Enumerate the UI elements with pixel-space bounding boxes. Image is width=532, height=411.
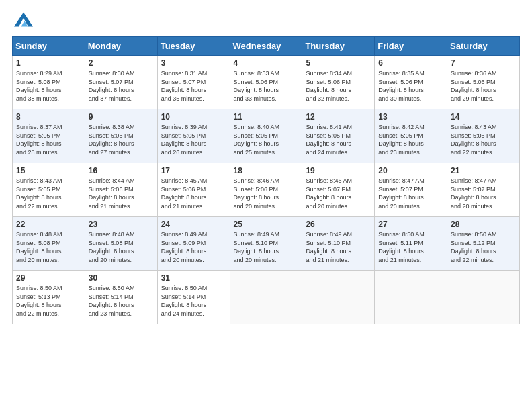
- calendar-cell: 9Sunrise: 8:38 AM Sunset: 5:05 PM Daylig…: [85, 109, 157, 163]
- day-number: 17: [161, 166, 226, 175]
- calendar-table: SundayMondayTuesdayWednesdayThursdayFrid…: [12, 36, 520, 324]
- calendar-header-wednesday: Wednesday: [230, 37, 302, 56]
- day-info: Sunrise: 8:47 AM Sunset: 5:07 PM Dayligh…: [451, 177, 516, 210]
- day-info: Sunrise: 8:42 AM Sunset: 5:05 PM Dayligh…: [378, 123, 443, 156]
- day-number: 16: [89, 166, 154, 175]
- day-number: 5: [306, 58, 371, 68]
- calendar-cell: 30Sunrise: 8:50 AM Sunset: 5:14 PM Dayli…: [85, 271, 157, 324]
- calendar-cell: 6Sunrise: 8:35 AM Sunset: 5:06 PM Daylig…: [375, 56, 447, 109]
- calendar-cell: 14Sunrise: 8:43 AM Sunset: 5:05 PM Dayli…: [447, 109, 520, 163]
- calendar-cell: 27Sunrise: 8:50 AM Sunset: 5:11 PM Dayli…: [375, 217, 447, 271]
- day-number: 31: [161, 273, 226, 283]
- calendar-week-row: 29Sunrise: 8:50 AM Sunset: 5:13 PM Dayli…: [13, 271, 520, 324]
- day-number: 9: [89, 112, 154, 122]
- calendar-week-row: 1Sunrise: 8:29 AM Sunset: 5:08 PM Daylig…: [13, 56, 520, 109]
- calendar-week-row: 22Sunrise: 8:48 AM Sunset: 5:08 PM Dayli…: [13, 217, 520, 271]
- day-number: 30: [89, 273, 154, 283]
- calendar-cell: 8Sunrise: 8:37 AM Sunset: 5:05 PM Daylig…: [13, 109, 85, 163]
- calendar-header-thursday: Thursday: [302, 37, 375, 56]
- calendar-cell: 25Sunrise: 8:49 AM Sunset: 5:10 PM Dayli…: [230, 217, 302, 271]
- day-info: Sunrise: 8:48 AM Sunset: 5:08 PM Dayligh…: [16, 230, 81, 264]
- calendar-cell: 5Sunrise: 8:34 AM Sunset: 5:06 PM Daylig…: [302, 56, 375, 109]
- day-number: 11: [234, 112, 299, 122]
- calendar-cell: 28Sunrise: 8:50 AM Sunset: 5:12 PM Dayli…: [447, 217, 520, 271]
- logo-icon: [14, 12, 33, 27]
- day-number: 22: [16, 220, 81, 229]
- day-info: Sunrise: 8:46 AM Sunset: 5:07 PM Dayligh…: [306, 177, 371, 210]
- day-info: Sunrise: 8:31 AM Sunset: 5:07 PM Dayligh…: [161, 69, 226, 103]
- day-number: 2: [89, 58, 154, 68]
- calendar-cell: 19Sunrise: 8:46 AM Sunset: 5:07 PM Dayli…: [302, 163, 375, 217]
- day-info: Sunrise: 8:46 AM Sunset: 5:06 PM Dayligh…: [234, 177, 299, 210]
- day-info: Sunrise: 8:39 AM Sunset: 5:05 PM Dayligh…: [161, 123, 226, 156]
- day-number: 24: [161, 220, 226, 229]
- calendar-cell: 4Sunrise: 8:33 AM Sunset: 5:06 PM Daylig…: [230, 56, 302, 109]
- day-number: 29: [16, 273, 81, 283]
- day-info: Sunrise: 8:38 AM Sunset: 5:05 PM Dayligh…: [89, 123, 154, 156]
- day-info: Sunrise: 8:50 AM Sunset: 5:13 PM Dayligh…: [16, 284, 81, 318]
- calendar-header-row: SundayMondayTuesdayWednesdayThursdayFrid…: [13, 37, 520, 56]
- calendar-cell: 11Sunrise: 8:40 AM Sunset: 5:05 PM Dayli…: [230, 109, 302, 163]
- day-number: 18: [234, 166, 299, 175]
- day-number: 10: [161, 112, 226, 122]
- calendar-cell: 15Sunrise: 8:43 AM Sunset: 5:05 PM Dayli…: [13, 163, 85, 217]
- day-number: 14: [451, 112, 516, 122]
- calendar-header-saturday: Saturday: [447, 37, 520, 56]
- calendar-week-row: 8Sunrise: 8:37 AM Sunset: 5:05 PM Daylig…: [13, 109, 520, 163]
- calendar-cell: 1Sunrise: 8:29 AM Sunset: 5:08 PM Daylig…: [13, 56, 85, 109]
- day-info: Sunrise: 8:41 AM Sunset: 5:05 PM Dayligh…: [306, 123, 371, 156]
- calendar-cell: [302, 271, 375, 324]
- day-number: 8: [16, 112, 81, 122]
- calendar-cell: [375, 271, 447, 324]
- calendar-cell: 12Sunrise: 8:41 AM Sunset: 5:05 PM Dayli…: [302, 109, 375, 163]
- calendar-cell: 21Sunrise: 8:47 AM Sunset: 5:07 PM Dayli…: [447, 163, 520, 217]
- day-info: Sunrise: 8:43 AM Sunset: 5:05 PM Dayligh…: [16, 177, 81, 210]
- day-info: Sunrise: 8:47 AM Sunset: 5:07 PM Dayligh…: [378, 177, 443, 210]
- calendar-cell: 29Sunrise: 8:50 AM Sunset: 5:13 PM Dayli…: [13, 271, 85, 324]
- calendar-cell: 20Sunrise: 8:47 AM Sunset: 5:07 PM Dayli…: [375, 163, 447, 217]
- day-info: Sunrise: 8:49 AM Sunset: 5:09 PM Dayligh…: [161, 230, 226, 264]
- day-number: 12: [306, 112, 371, 122]
- day-info: Sunrise: 8:29 AM Sunset: 5:08 PM Dayligh…: [16, 69, 81, 103]
- day-number: 13: [378, 112, 443, 122]
- day-info: Sunrise: 8:50 AM Sunset: 5:12 PM Dayligh…: [451, 230, 516, 264]
- calendar-header-monday: Monday: [85, 37, 157, 56]
- day-number: 4: [234, 58, 299, 68]
- calendar-header-tuesday: Tuesday: [157, 37, 230, 56]
- logo: [12, 12, 33, 27]
- day-info: Sunrise: 8:50 AM Sunset: 5:14 PM Dayligh…: [161, 284, 226, 318]
- calendar-cell: 17Sunrise: 8:45 AM Sunset: 5:06 PM Dayli…: [157, 163, 230, 217]
- day-info: Sunrise: 8:34 AM Sunset: 5:06 PM Dayligh…: [306, 69, 371, 103]
- calendar-cell: 2Sunrise: 8:30 AM Sunset: 5:07 PM Daylig…: [85, 56, 157, 109]
- calendar-cell: 26Sunrise: 8:49 AM Sunset: 5:10 PM Dayli…: [302, 217, 375, 271]
- day-info: Sunrise: 8:50 AM Sunset: 5:14 PM Dayligh…: [89, 284, 154, 318]
- calendar-cell: 3Sunrise: 8:31 AM Sunset: 5:07 PM Daylig…: [157, 56, 230, 109]
- day-info: Sunrise: 8:35 AM Sunset: 5:06 PM Dayligh…: [378, 69, 443, 103]
- day-number: 20: [378, 166, 443, 175]
- calendar-cell: 22Sunrise: 8:48 AM Sunset: 5:08 PM Dayli…: [13, 217, 85, 271]
- day-number: 23: [89, 220, 154, 229]
- logo-text-block: [12, 12, 33, 27]
- day-info: Sunrise: 8:45 AM Sunset: 5:06 PM Dayligh…: [161, 177, 226, 210]
- day-info: Sunrise: 8:40 AM Sunset: 5:05 PM Dayligh…: [234, 123, 299, 156]
- calendar-cell: 7Sunrise: 8:36 AM Sunset: 5:06 PM Daylig…: [447, 56, 520, 109]
- day-info: Sunrise: 8:44 AM Sunset: 5:06 PM Dayligh…: [89, 177, 154, 210]
- day-number: 26: [306, 220, 371, 229]
- calendar-cell: 18Sunrise: 8:46 AM Sunset: 5:06 PM Dayli…: [230, 163, 302, 217]
- day-info: Sunrise: 8:30 AM Sunset: 5:07 PM Dayligh…: [89, 69, 154, 103]
- day-number: 21: [451, 166, 516, 175]
- day-info: Sunrise: 8:33 AM Sunset: 5:06 PM Dayligh…: [234, 69, 299, 103]
- day-info: Sunrise: 8:49 AM Sunset: 5:10 PM Dayligh…: [234, 230, 299, 264]
- calendar-cell: 24Sunrise: 8:49 AM Sunset: 5:09 PM Dayli…: [157, 217, 230, 271]
- day-info: Sunrise: 8:36 AM Sunset: 5:06 PM Dayligh…: [451, 69, 516, 103]
- day-number: 25: [234, 220, 299, 229]
- day-number: 28: [451, 220, 516, 229]
- header: [12, 12, 520, 27]
- day-info: Sunrise: 8:48 AM Sunset: 5:08 PM Dayligh…: [89, 230, 154, 264]
- day-number: 19: [306, 166, 371, 175]
- calendar-cell: 23Sunrise: 8:48 AM Sunset: 5:08 PM Dayli…: [85, 217, 157, 271]
- calendar-cell: 10Sunrise: 8:39 AM Sunset: 5:05 PM Dayli…: [157, 109, 230, 163]
- calendar-header-friday: Friday: [375, 37, 447, 56]
- calendar-week-row: 15Sunrise: 8:43 AM Sunset: 5:05 PM Dayli…: [13, 163, 520, 217]
- day-number: 7: [451, 58, 516, 68]
